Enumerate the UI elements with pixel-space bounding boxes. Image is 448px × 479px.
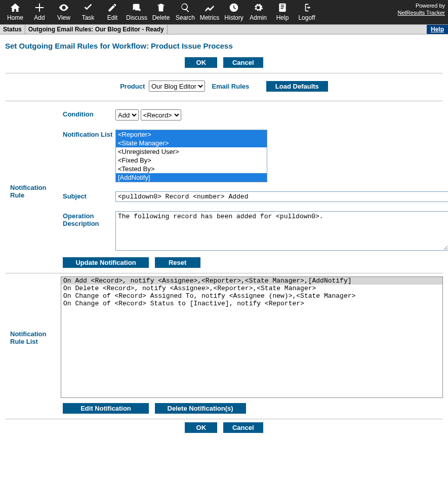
condition-label: Condition xyxy=(63,109,113,118)
notification-option[interactable]: <State Manager> xyxy=(116,139,267,147)
condition-action-select[interactable]: Add xyxy=(115,109,139,121)
toolbar-admin-label: Admin xyxy=(246,14,270,21)
separator xyxy=(5,73,443,73)
edit-icon xyxy=(100,2,125,13)
email-rules-link[interactable]: Email Rules xyxy=(212,83,250,90)
toolbar-help-label: Help xyxy=(270,14,295,21)
toolbar-metrics-label: Metrics xyxy=(197,14,222,21)
toolbar-task-label: Task xyxy=(76,14,100,21)
status-message: Outgoing Email Rules: Our Blog Editor - … xyxy=(25,25,168,34)
cancel-button-bottom[interactable]: Cancel xyxy=(223,422,263,433)
toolbar-discuss-label: Discuss xyxy=(125,14,149,21)
toolbar-home-label: Home xyxy=(3,14,27,21)
ok-button-top[interactable]: OK xyxy=(185,57,217,68)
notification-rule-form: Condition Add <Record> Notification Rule… xyxy=(5,104,443,254)
notification-list-label: Notification List xyxy=(63,130,113,138)
subject-label: Subject xyxy=(63,191,113,200)
toolbar-task-button[interactable]: Task xyxy=(76,1,100,21)
discuss-icon xyxy=(125,2,149,13)
product-select[interactable]: Our Blog Editor xyxy=(149,81,205,92)
toolbar-help-button[interactable]: Help xyxy=(270,1,295,21)
history-icon xyxy=(222,2,246,13)
update-notification-button[interactable]: Update Notification xyxy=(63,257,149,268)
toolbar-add-button[interactable]: Add xyxy=(27,1,52,21)
toolbar-delete-label: Delete xyxy=(149,14,173,21)
notification-rule-side-label: Notification Rule xyxy=(10,183,61,199)
edit-notification-button[interactable]: Edit Notification xyxy=(63,403,149,414)
status-label: Status xyxy=(0,25,25,34)
toolbar-view-label: View xyxy=(52,14,76,21)
toolbar-admin-button[interactable]: Admin xyxy=(246,1,270,21)
toolbar-metrics-button[interactable]: Metrics xyxy=(197,1,222,21)
powered-by-text: Powered by xyxy=(416,3,445,9)
separator xyxy=(5,419,443,419)
toolbar-add-label: Add xyxy=(27,14,52,21)
delete-notification-button[interactable]: Delete Notification(s) xyxy=(155,403,246,414)
operation-description-textarea[interactable] xyxy=(115,211,448,251)
ok-button-bottom[interactable]: OK xyxy=(185,422,217,433)
subject-input[interactable] xyxy=(115,191,448,202)
notification-option[interactable]: [AddNotify] xyxy=(116,173,267,182)
admin-icon xyxy=(246,2,270,13)
statusbar-help-link[interactable]: Help xyxy=(427,25,448,34)
toolbar-delete-button[interactable]: Delete xyxy=(149,1,173,21)
separator xyxy=(5,101,443,101)
search-icon xyxy=(173,2,197,13)
add-icon xyxy=(27,2,52,13)
toolbar-search-label: Search xyxy=(173,14,197,21)
logoff-icon xyxy=(295,2,319,13)
toolbar-edit-button[interactable]: Edit xyxy=(100,1,125,21)
rule-list-line[interactable]: On Add <Record>, notify <Assignee>,<Repo… xyxy=(61,277,442,285)
toolbar-history-label: History xyxy=(222,14,246,21)
notification-list-select[interactable]: <Reporter><State Manager><Unregistered U… xyxy=(115,130,267,182)
notification-rule-list-label: Notification Rule List xyxy=(10,329,61,345)
top-button-row: OK Cancel xyxy=(5,57,443,68)
toolbar-search-button[interactable]: Search xyxy=(173,1,197,21)
toolbar-view-button[interactable]: View xyxy=(52,1,76,21)
separator xyxy=(5,273,443,273)
load-defaults-button[interactable]: Load Defaults xyxy=(266,81,328,92)
powered-by: Powered by NetResults Tracker xyxy=(397,1,445,17)
view-icon xyxy=(52,2,76,13)
notification-option[interactable]: <Unregistered User> xyxy=(116,147,267,156)
notification-option[interactable]: <Fixed By> xyxy=(116,156,267,165)
condition-target-select[interactable]: <Record> xyxy=(141,109,181,121)
product-row: Product Our Blog Editor Email Rules Load… xyxy=(5,76,443,96)
toolbar-history-button[interactable]: History xyxy=(222,1,246,21)
notification-rule-list[interactable]: On Add <Record>, notify <Assignee>,<Repo… xyxy=(61,276,443,398)
page-title: Set Outgoing Email Rules for Workflow: P… xyxy=(5,42,443,50)
status-bar: Status Outgoing Email Rules: Our Blog Ed… xyxy=(0,24,448,34)
toolbar-logoff-label: Logoff xyxy=(295,14,319,21)
delete-icon xyxy=(149,2,173,13)
metrics-icon xyxy=(197,2,222,13)
rule-list-line[interactable]: On Delete <Record>, notify <Assignee>,<R… xyxy=(61,285,442,292)
toolbar-home-button[interactable]: Home xyxy=(3,1,27,21)
task-icon xyxy=(76,2,100,13)
toolbar-discuss-button[interactable]: Discuss xyxy=(125,1,149,21)
main-toolbar: HomeAddViewTaskEditDiscussDeleteSearchMe… xyxy=(0,0,448,24)
toolbar-logoff-button[interactable]: Logoff xyxy=(295,1,319,21)
home-icon xyxy=(3,2,27,13)
toolbar-edit-label: Edit xyxy=(100,14,125,21)
rule-action-row: Update Notification Reset xyxy=(5,257,443,268)
operation-description-label: Operation Description xyxy=(63,211,113,227)
cancel-button-top[interactable]: Cancel xyxy=(223,57,263,68)
product-label: Product xyxy=(120,83,145,90)
notification-option[interactable]: <Tested By> xyxy=(116,165,267,173)
bottom-button-row: OK Cancel xyxy=(5,422,443,433)
help-icon xyxy=(270,2,295,13)
rule-list-line[interactable]: On Change of <Record> Status to [Inactiv… xyxy=(61,300,442,307)
notification-option[interactable]: <Reporter> xyxy=(116,130,267,139)
rule-list-line[interactable]: On Change of <Record> Assigned To, notif… xyxy=(61,292,442,300)
rule-list-action-row: Edit Notification Delete Notification(s) xyxy=(5,403,443,414)
powered-by-link[interactable]: NetResults Tracker xyxy=(397,10,445,16)
reset-button[interactable]: Reset xyxy=(155,257,200,268)
